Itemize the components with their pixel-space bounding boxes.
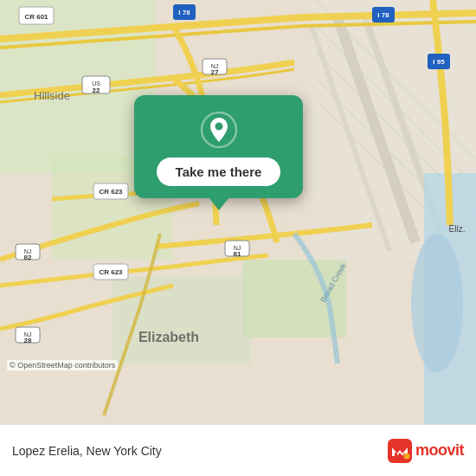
svg-text:CR 623: CR 623 xyxy=(99,188,123,196)
svg-point-15 xyxy=(411,234,463,372)
svg-text:Hillside: Hillside xyxy=(34,89,70,102)
pin-icon xyxy=(200,111,238,149)
svg-text:I 95: I 95 xyxy=(433,58,445,66)
svg-text:82: 82 xyxy=(24,254,32,261)
svg-text:27: 27 xyxy=(211,68,219,76)
map-container: CR 601 I 78 I 78 US 22 US 22 NJ 27 CR 62… xyxy=(0,0,476,424)
svg-point-53 xyxy=(403,453,409,459)
svg-text:22: 22 xyxy=(93,87,100,94)
location-label: Lopez Erelia, New York City xyxy=(12,444,162,458)
svg-rect-4 xyxy=(113,277,251,363)
svg-text:CR 601: CR 601 xyxy=(24,13,48,21)
osm-credit: © OpenStreetMap contributors xyxy=(7,360,118,370)
svg-text:I 78: I 78 xyxy=(377,11,389,19)
popup-card: Take me there xyxy=(134,95,303,198)
svg-point-51 xyxy=(215,123,222,131)
svg-text:I 78: I 78 xyxy=(178,9,190,16)
moovit-text-label: moovit xyxy=(415,441,464,460)
svg-text:CR 623: CR 623 xyxy=(99,268,123,276)
moovit-icon xyxy=(388,439,412,463)
svg-text:US: US xyxy=(92,80,100,87)
moovit-logo: moovit xyxy=(388,439,464,463)
svg-text:Eliz.: Eliz. xyxy=(449,224,466,234)
bottom-bar: Lopez Erelia, New York City moovit xyxy=(0,424,476,476)
take-me-there-button[interactable]: Take me there xyxy=(157,158,281,186)
svg-text:Elizabeth: Elizabeth xyxy=(138,330,199,344)
svg-text:81: 81 xyxy=(234,250,241,258)
svg-text:28: 28 xyxy=(24,337,32,344)
